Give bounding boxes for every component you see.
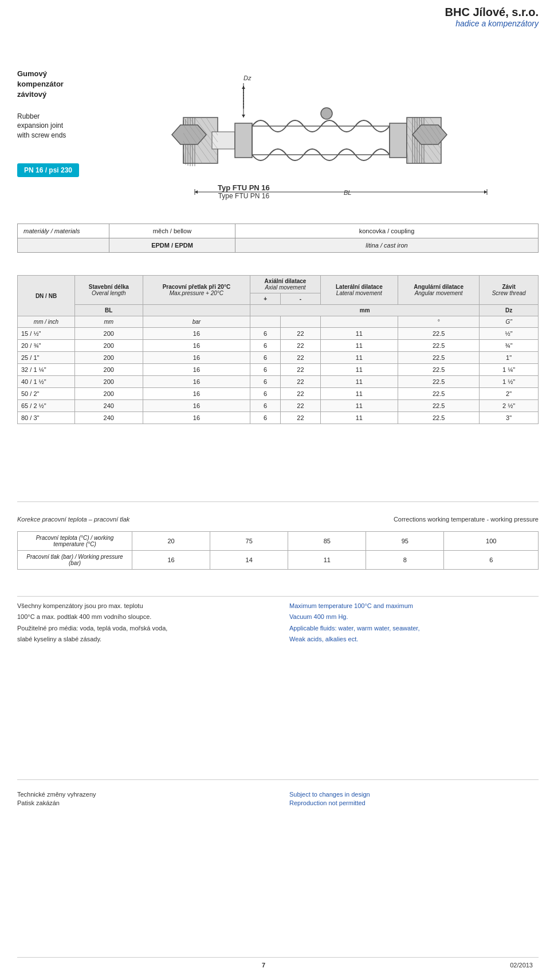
cell-dn: 25 / 1" <box>18 352 75 364</box>
table-row: 40 / 1 ½" 200 16 6 22 11 22.5 1 ½" <box>18 376 539 388</box>
cell-pressure: 16 <box>143 328 250 340</box>
table-row: 65 / 2 ½" 240 16 6 22 11 22.5 2 ½" <box>18 400 539 412</box>
cell-axial-minus: 22 <box>281 412 321 424</box>
svg-point-19 <box>321 108 332 119</box>
cell-lateral: 11 <box>320 328 398 340</box>
footer: 7 02/2013 <box>0 962 550 969</box>
th-plus: + <box>250 293 281 305</box>
cast-iron-value: litina / cast iron <box>235 238 538 252</box>
unit-bar: bar <box>143 316 250 328</box>
cell-angular: 22.5 <box>398 412 479 424</box>
note-en-4: Weak acids, alkalies ect. <box>289 635 539 644</box>
cell-bl: 200 <box>75 364 143 376</box>
cell-axial-plus: 6 <box>250 376 281 388</box>
cell-axial-plus: 6 <box>250 364 281 376</box>
temp-value-2: 85 <box>288 532 366 551</box>
changes-right: Subject to changes in design Reproductio… <box>289 791 539 808</box>
pressure-value-4: 6 <box>444 551 539 570</box>
cell-pressure: 16 <box>143 376 250 388</box>
svg-rect-16 <box>212 132 235 149</box>
cell-angular: 22.5 <box>398 376 479 388</box>
cell-axial-minus: 22 <box>281 364 321 376</box>
note-en-2: Vacuum 400 mm Hg. <box>289 613 539 621</box>
correction-label-english: Corrections working temperature - workin… <box>394 516 539 523</box>
table-row: 20 / ¾" 200 16 6 22 11 22.5 ¾" <box>18 340 539 352</box>
cell-screw: 1" <box>480 352 539 364</box>
cell-screw: ½" <box>480 328 539 340</box>
note-cs-3: Použitelné pro média: voda, teplá voda, … <box>17 624 266 633</box>
th-bl: BL <box>75 305 143 316</box>
svg-marker-32 <box>242 86 245 89</box>
cell-axial-plus: 6 <box>250 412 281 424</box>
note-cs-1: Všechny kompenzátory jsou pro max. teplo… <box>17 602 266 610</box>
cell-lateral: 11 <box>320 400 398 412</box>
correction-table-wrapper: Pracovní teplota (°C) / working temperat… <box>17 531 539 570</box>
table-row: 25 / 1" 200 16 6 22 11 22.5 1" <box>18 352 539 364</box>
pressure-row: Pracovní tlak (bar) / Working pressure (… <box>18 551 539 570</box>
unit-axial-minus <box>281 316 321 328</box>
change-cs-tech: Technické změny vyhrazeny <box>17 791 266 798</box>
changes-grid: Technické změny vyhrazeny Patisk zakázán… <box>17 791 539 808</box>
product-diagram: Dz BL <box>138 63 527 212</box>
svg-rect-17 <box>235 123 252 158</box>
table-row: 32 / 1 ¼" 200 16 6 22 11 22.5 1 ¼" <box>18 364 539 376</box>
svg-text:Dz: Dz <box>243 75 252 81</box>
cell-axial-plus: 6 <box>250 388 281 400</box>
product-title-english: Rubber expansion joint with screw ends <box>17 112 66 140</box>
correction-section: Korekce pracovní teplota – pracovní tlak… <box>17 516 539 570</box>
cell-axial-minus: 22 <box>281 352 321 364</box>
svg-marker-31 <box>242 115 245 117</box>
cell-dn: 50 / 2" <box>18 388 75 400</box>
cell-bl: 200 <box>75 340 143 352</box>
th-angular: Angulární dilatace Angular movement <box>398 276 479 305</box>
th-axial: Axiální dilatace Axial movement <box>250 276 320 293</box>
unit-axial-plus <box>250 316 281 328</box>
svg-marker-7 <box>484 190 487 194</box>
type-label: Typ FTU PN 16 Type FTU PN 16 <box>218 183 270 200</box>
cell-dn: 80 / 3" <box>18 412 75 424</box>
note-en-1: Maximum temperature 100°C and maximum <box>289 602 539 610</box>
pressure-label: Pracovní tlak (bar) / Working pressure (… <box>18 551 132 570</box>
diagram-area: Dz BL <box>126 52 539 224</box>
divider-3 <box>17 779 539 780</box>
cell-lateral: 11 <box>320 376 398 388</box>
cell-screw: 1 ½" <box>480 376 539 388</box>
unit-g: G" <box>480 316 539 328</box>
cell-axial-minus: 22 <box>281 388 321 400</box>
th-lateral: Laterální dilatace Lateral movement <box>320 276 398 305</box>
th-mm: mm <box>250 305 480 316</box>
changes-left: Technické změny vyhrazeny Patisk zakázán <box>17 791 266 808</box>
cell-angular: 22.5 <box>398 388 479 400</box>
cell-axial-plus: 6 <box>250 340 281 352</box>
unit-mm: mm <box>75 316 143 328</box>
divider-1 <box>17 501 539 502</box>
pressure-value-2: 11 <box>288 551 366 570</box>
cell-bl: 240 <box>75 400 143 412</box>
note-cs-2: 100°C a max. podtlak 400 mm vodního slou… <box>17 613 266 621</box>
cell-screw: 2 ½" <box>480 400 539 412</box>
type-czech: Typ FTU PN 16 <box>218 183 270 192</box>
correction-label-czech: Korekce pracovní teplota – pracovní tlak <box>17 516 129 523</box>
main-table-body: 15 / ½" 200 16 6 22 11 22.5 ½" 20 / ¾" 2… <box>18 328 539 424</box>
notes-right: Maximum temperature 100°C and maximum Va… <box>289 602 539 646</box>
left-title: Gumový kompenzátor závitový Rubber expan… <box>17 69 66 140</box>
materials-label-val <box>18 238 109 252</box>
materials-header: materiály / materials měch / bellow konc… <box>17 224 539 238</box>
header: BHC Jílové, s.r.o. hadice a kompenzátory <box>445 6 539 28</box>
temp-value-1: 75 <box>210 532 288 551</box>
unit-deg: ° <box>398 316 479 328</box>
cell-lateral: 11 <box>320 364 398 376</box>
cell-lateral: 11 <box>320 352 398 364</box>
cell-axial-minus: 22 <box>281 400 321 412</box>
table-row: 80 / 3" 240 16 6 22 11 22.5 3" <box>18 412 539 424</box>
cell-angular: 22.5 <box>398 400 479 412</box>
coupling-header: koncovka / coupling <box>235 224 538 238</box>
company-name: BHC Jílové, s.r.o. <box>445 6 539 19</box>
cell-screw: ¾" <box>480 340 539 352</box>
change-en-patent: Reproduction not permitted <box>289 799 539 806</box>
cell-axial-plus: 6 <box>250 352 281 364</box>
company-subtitle: hadice a kompenzátory <box>445 19 539 28</box>
correction-header: Korekce pracovní teplota – pracovní tlak… <box>17 516 539 523</box>
divider-2 <box>17 596 539 597</box>
cell-pressure: 16 <box>143 352 250 364</box>
